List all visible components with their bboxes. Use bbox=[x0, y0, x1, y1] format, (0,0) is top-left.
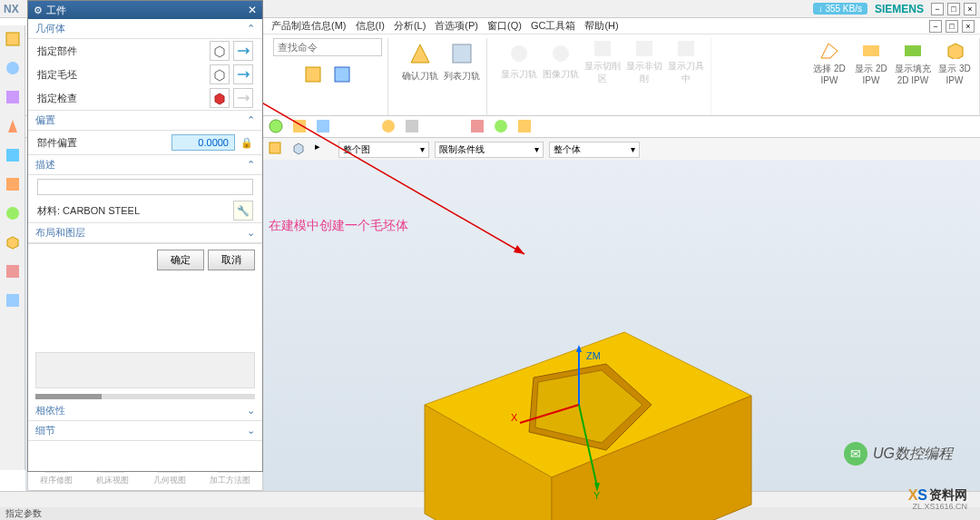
lock-icon[interactable]: 🔒 bbox=[240, 137, 253, 149]
svg-point-28 bbox=[6, 207, 19, 220]
chevron-down-icon: ⌄ bbox=[247, 227, 255, 239]
svg-marker-25 bbox=[8, 120, 17, 132]
svg-point-5 bbox=[553, 45, 569, 62]
svg-rect-26 bbox=[6, 149, 19, 162]
blank-display-button[interactable] bbox=[233, 64, 253, 84]
workpiece-model: ZM X Y bbox=[370, 323, 769, 520]
svg-rect-27 bbox=[6, 178, 19, 191]
material-button[interactable]: 🔧 bbox=[233, 201, 253, 221]
geometry-section-header[interactable]: 几何体 ⌃ bbox=[28, 19, 262, 39]
show-fill-2dipw-button[interactable]: 显示填充 2D IPW bbox=[894, 38, 932, 85]
locked-area bbox=[35, 352, 255, 388]
svg-rect-9 bbox=[863, 45, 879, 56]
part-display-button[interactable] bbox=[233, 41, 253, 61]
chevron-up-icon: ⌃ bbox=[247, 114, 255, 126]
specify-blank-button[interactable] bbox=[210, 64, 230, 84]
svg-rect-22 bbox=[6, 33, 19, 45]
wechat-icon: ✉ bbox=[844, 442, 867, 466]
describe-section-header[interactable]: 描述 ⌃ bbox=[28, 155, 262, 175]
show-3dipw-button[interactable]: 显示 3D IPW bbox=[936, 38, 974, 85]
svg-text:Y: Y bbox=[593, 490, 601, 501]
svg-marker-2 bbox=[411, 44, 429, 63]
minimize-button[interactable]: − bbox=[931, 3, 944, 15]
app-logo: NX bbox=[4, 3, 19, 15]
specify-check-label: 指定检查 bbox=[37, 92, 204, 105]
show-noncut-button: 显示非切削 bbox=[625, 38, 663, 85]
describe-input[interactable] bbox=[37, 179, 253, 195]
annotation-arrow bbox=[216, 76, 543, 267]
menu-analyze[interactable]: 分析(L) bbox=[390, 17, 429, 34]
show-2dipw-button[interactable]: 显示 2D IPW bbox=[852, 38, 890, 85]
details-section-header[interactable]: 细节 ⌄ bbox=[28, 421, 262, 441]
tool-nav-icon[interactable] bbox=[3, 116, 23, 136]
cancel-button[interactable]: 取消 bbox=[208, 250, 255, 270]
svg-point-23 bbox=[6, 62, 19, 74]
menu-info[interactable]: 信息(I) bbox=[352, 17, 388, 34]
roles-icon[interactable] bbox=[3, 290, 23, 310]
svg-text:ZM: ZM bbox=[586, 350, 601, 361]
svg-marker-32 bbox=[215, 46, 224, 57]
menu-prefs[interactable]: 首选项(P) bbox=[431, 17, 482, 34]
navigator-icon[interactable] bbox=[3, 29, 23, 49]
part-nav-icon[interactable] bbox=[3, 58, 23, 78]
subwin-minimize[interactable]: − bbox=[929, 20, 942, 33]
status-left: 指定参数 bbox=[5, 508, 42, 518]
menu-gctoolbox[interactable]: GC工具箱 bbox=[527, 17, 580, 34]
material-label: 材料: CARBON STEEL bbox=[37, 204, 228, 218]
svg-marker-55 bbox=[514, 245, 524, 254]
chevron-up-icon: ⌃ bbox=[247, 23, 255, 34]
scrollbar-track[interactable] bbox=[35, 394, 255, 399]
part-offset-label: 部件偏置 bbox=[37, 136, 166, 150]
menu-window[interactable]: 窗口(Q) bbox=[484, 17, 525, 34]
svg-rect-10 bbox=[905, 45, 921, 56]
chevron-down-icon: ⌄ bbox=[247, 425, 255, 437]
method-nav-icon[interactable] bbox=[3, 174, 23, 194]
image-toolpath-button: 图像刀轨 bbox=[542, 38, 580, 85]
chevron-up-icon: ⌃ bbox=[247, 159, 255, 171]
geom-nav-icon[interactable] bbox=[3, 145, 23, 165]
specify-part-button[interactable] bbox=[210, 41, 230, 61]
svg-marker-11 bbox=[948, 44, 963, 59]
svg-marker-33 bbox=[215, 70, 224, 81]
subwin-close[interactable]: × bbox=[962, 20, 975, 33]
resource-icon[interactable] bbox=[3, 203, 23, 223]
dialog-titlebar[interactable]: ⚙ 工件 ✕ bbox=[28, 1, 262, 19]
svg-rect-24 bbox=[6, 91, 19, 103]
cube-nav-icon[interactable] bbox=[3, 232, 23, 252]
svg-marker-34 bbox=[215, 93, 224, 104]
svg-marker-29 bbox=[7, 237, 18, 249]
layout-section-header[interactable]: 布局和图层 ⌄ bbox=[28, 223, 262, 243]
ok-button[interactable]: 确定 bbox=[157, 250, 204, 270]
offset-section-header[interactable]: 偏置 ⌃ bbox=[28, 111, 262, 131]
watermark-wechat: ✉ UG数控编程 bbox=[844, 442, 953, 466]
history-icon[interactable] bbox=[3, 261, 23, 281]
svg-rect-3 bbox=[453, 44, 471, 63]
watermark-site: XS 资料网 bbox=[908, 487, 967, 504]
restore-button[interactable]: □ bbox=[947, 3, 960, 15]
svg-rect-8 bbox=[678, 41, 694, 56]
check-display-button[interactable] bbox=[233, 88, 253, 108]
part-offset-value[interactable]: 0.0000 bbox=[172, 134, 235, 151]
specify-part-label: 指定部件 bbox=[37, 44, 204, 58]
workpiece-dialog: ⚙ 工件 ✕ 几何体 ⌃ 指定部件 指定毛坯 指定检查 bbox=[27, 0, 263, 472]
svg-rect-30 bbox=[6, 265, 19, 278]
menu-help[interactable]: 帮助(H) bbox=[581, 17, 622, 34]
dialog-title: 工件 bbox=[46, 4, 66, 17]
select-2dipw-button[interactable]: 选择 2D IPW bbox=[810, 38, 848, 85]
subwin-restore[interactable]: □ bbox=[946, 20, 958, 33]
svg-point-4 bbox=[511, 45, 527, 62]
show-toolcenter-button: 显示刀具中 bbox=[667, 38, 705, 85]
assy-nav-icon[interactable] bbox=[3, 87, 23, 107]
command-search[interactable] bbox=[273, 38, 382, 56]
close-button[interactable]: × bbox=[964, 3, 976, 15]
show-cutarea-button: 显示切削区 bbox=[583, 38, 622, 85]
chevron-down-icon: ⌄ bbox=[247, 405, 255, 417]
brand-label: SIEMENS bbox=[875, 3, 924, 15]
filter-combo-3[interactable]: 整个体▾ bbox=[549, 142, 640, 158]
specify-check-button[interactable] bbox=[210, 88, 230, 108]
depends-section-header[interactable]: 相依性 ⌄ bbox=[28, 401, 262, 421]
specify-blank-label: 指定毛坯 bbox=[37, 68, 204, 82]
menu-pmi[interactable]: 产品制造信息(M) bbox=[268, 17, 350, 34]
dialog-close-icon[interactable]: ✕ bbox=[248, 4, 257, 16]
svg-rect-31 bbox=[6, 294, 19, 307]
